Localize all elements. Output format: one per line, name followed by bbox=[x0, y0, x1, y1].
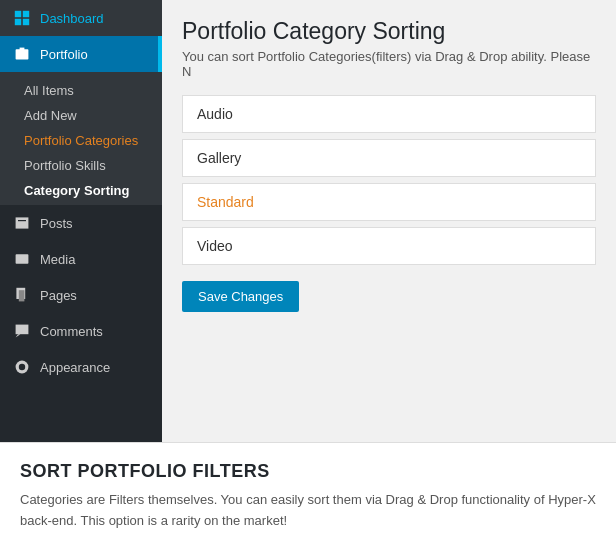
media-icon bbox=[12, 249, 32, 269]
sidebar-item-comments[interactable]: Comments bbox=[0, 313, 162, 349]
sidebar-sub-category-sorting[interactable]: Category Sorting bbox=[0, 178, 162, 203]
sidebar-item-pages-label: Pages bbox=[40, 288, 77, 303]
active-indicator bbox=[158, 36, 162, 72]
svg-rect-2 bbox=[15, 19, 21, 25]
sidebar-item-appearance[interactable]: Appearance bbox=[0, 349, 162, 385]
sidebar-item-pages[interactable]: Pages bbox=[0, 277, 162, 313]
dashboard-icon bbox=[12, 8, 32, 28]
sidebar-sub-add-new[interactable]: Add New bbox=[0, 103, 162, 128]
sort-item-gallery[interactable]: Gallery bbox=[182, 139, 596, 177]
svg-rect-3 bbox=[23, 19, 29, 25]
sidebar-item-portfolio-label: Portfolio bbox=[40, 47, 88, 62]
svg-rect-4 bbox=[16, 49, 29, 59]
page-subtitle: You can sort Portfolio Categories(filter… bbox=[182, 49, 596, 79]
sidebar-item-comments-label: Comments bbox=[40, 324, 103, 339]
sidebar-sub-portfolio-skills[interactable]: Portfolio Skills bbox=[0, 153, 162, 178]
svg-rect-1 bbox=[23, 11, 29, 17]
sidebar-item-posts[interactable]: Posts bbox=[0, 205, 162, 241]
appearance-icon bbox=[12, 357, 32, 377]
sidebar-item-posts-label: Posts bbox=[40, 216, 73, 231]
svg-marker-11 bbox=[16, 334, 21, 337]
pages-icon bbox=[12, 285, 32, 305]
sidebar-item-appearance-label: Appearance bbox=[40, 360, 110, 375]
bottom-panel-title: SORT PORTFOLIO FILTERS bbox=[20, 461, 596, 482]
sort-item-standard[interactable]: Standard bbox=[182, 183, 596, 221]
comments-icon bbox=[12, 321, 32, 341]
sidebar: Dashboard Portfolio All Items Add New Po… bbox=[0, 0, 162, 442]
main-content: Portfolio Category Sorting You can sort … bbox=[162, 0, 616, 442]
portfolio-icon bbox=[12, 44, 32, 64]
svg-rect-0 bbox=[15, 11, 21, 17]
svg-rect-5 bbox=[20, 48, 25, 50]
sidebar-item-dashboard-label: Dashboard bbox=[40, 11, 104, 26]
sort-list: Audio Gallery Standard Video bbox=[182, 95, 596, 265]
bottom-panel: SORT PORTFOLIO FILTERS Categories are Fi… bbox=[0, 442, 616, 550]
sidebar-sub-portfolio-categories[interactable]: Portfolio Categories bbox=[0, 128, 162, 153]
save-changes-button[interactable]: Save Changes bbox=[182, 281, 299, 312]
svg-rect-10 bbox=[19, 290, 25, 301]
sidebar-sub-all-items[interactable]: All Items bbox=[0, 78, 162, 103]
portfolio-submenu: All Items Add New Portfolio Categories P… bbox=[0, 72, 162, 205]
sidebar-item-media-label: Media bbox=[40, 252, 75, 267]
posts-icon bbox=[12, 213, 32, 233]
sort-item-audio[interactable]: Audio bbox=[182, 95, 596, 133]
page-title: Portfolio Category Sorting bbox=[182, 18, 596, 45]
sidebar-item-dashboard[interactable]: Dashboard bbox=[0, 0, 162, 36]
sidebar-item-portfolio[interactable]: Portfolio bbox=[0, 36, 162, 72]
sort-item-video[interactable]: Video bbox=[182, 227, 596, 265]
sidebar-item-media[interactable]: Media bbox=[0, 241, 162, 277]
svg-point-13 bbox=[19, 364, 25, 370]
bottom-panel-text: Categories are Filters themselves. You c… bbox=[20, 490, 596, 532]
